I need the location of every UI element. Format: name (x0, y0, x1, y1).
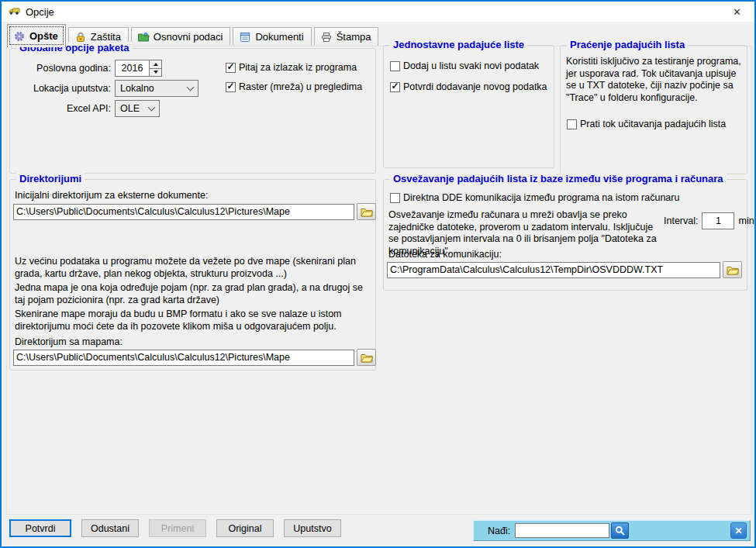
dirs-paragraph-1: Uz većinu podataka u programu možete da … (15, 256, 370, 280)
tracking-description: Koristiti isključivo za testiranje progr… (566, 56, 743, 104)
tab-label: Dokumenti (255, 31, 303, 43)
browse-comm-file-button[interactable] (723, 261, 742, 278)
chevron-down-icon (148, 103, 156, 111)
apply-button: Primeni (149, 519, 206, 537)
find-bar: Nađi: ✕ (473, 520, 751, 541)
browse-maps-dir-button[interactable] (357, 349, 376, 366)
printer-icon (320, 31, 333, 43)
tab-label: Zaštita (91, 31, 121, 43)
spinner-buttons (149, 60, 162, 77)
checkbox-ask-on-exit[interactable]: ✓ Pitaj za izlazak iz programa (226, 62, 357, 73)
find-close-button[interactable]: ✕ (730, 522, 747, 539)
original-button[interactable]: Original (216, 519, 274, 537)
business-year-label: Poslovna godina: (10, 63, 111, 74)
checkbox-label: Prati tok učitavanja padajućih lista (580, 119, 726, 129)
checkbox-label: Raster (mreža) u pregledima (239, 81, 362, 92)
group-simple-lists: Jednostavne padajuće liste ✓ Dodaj u lis… (383, 45, 554, 168)
window-title: Opcije (26, 6, 54, 18)
tab-opste[interactable]: Opšte (7, 24, 66, 47)
cancel-button[interactable]: Odustani (81, 519, 139, 537)
checkbox-label: Pitaj za izlazak iz programa (239, 62, 357, 73)
open-folder-icon (727, 265, 739, 275)
dirs-paragraph-3: Skenirane mape moraju da budu u BMP form… (15, 308, 370, 333)
folder-data-icon (137, 31, 150, 43)
confirm-button[interactable]: Potvrdi (9, 519, 71, 537)
find-label: Nađi: (488, 526, 510, 536)
checkbox-trace-loading[interactable]: ✓ Prati tok učitavanja padajućih lista (567, 119, 726, 129)
checkbox-box: ✓ (226, 63, 236, 73)
button-bar: Potvrdi Odustani Primeni Original Uputst… (9, 519, 341, 537)
excel-api-select[interactable]: OLE (115, 100, 160, 117)
tab-dokumenti[interactable]: Dokumenti (233, 27, 311, 47)
dirs-paragraph-2: Jedna mapa je ona koja određuje pojam (n… (15, 282, 370, 306)
group-title: Osvežavanje padajućih lista iz baze izme… (390, 173, 727, 184)
find-input[interactable] (515, 523, 609, 538)
manual-location-label: Lokacija uputstva: (10, 83, 111, 94)
open-folder-icon (361, 353, 373, 363)
title-bar: Opcije ✕ (2, 2, 754, 22)
checkbox-box: ✓ (390, 61, 400, 71)
document-icon (239, 31, 251, 43)
interval-row: Interval: min (664, 212, 754, 229)
checkbox-label: Potvrdi dodavanje novog podatka (403, 81, 547, 92)
check-icon: ✓ (226, 82, 234, 91)
selected-value: OLE (120, 103, 140, 114)
group-title: Jednostavne padajuće liste (390, 39, 527, 50)
spin-up-button[interactable] (150, 60, 161, 68)
checkbox-confirm-add[interactable]: ✓ Potvrdi dodavanje novog podatka (390, 81, 547, 92)
checkbox-raster-grid[interactable]: ✓ Raster (mreža) u pregledima (226, 81, 362, 92)
search-icon (615, 526, 625, 536)
checkbox-box: ✓ (226, 82, 236, 92)
tab-label: Osnovni podaci (154, 31, 223, 43)
browse-external-docs-button[interactable] (357, 203, 376, 220)
search-button[interactable] (611, 522, 629, 539)
checkbox-label: Direktna DDE komunikacija između program… (403, 192, 679, 203)
interval-label: Interval: (664, 215, 698, 226)
maps-dir-label: Direktorijum sa mapama: (15, 336, 123, 347)
external-docs-input[interactable] (13, 204, 354, 220)
group-tracking: Praćenje padajućih lista Koristiti isklj… (560, 45, 747, 174)
spin-down-icon (154, 71, 158, 74)
group-refresh: Osvežavanje padajućih lista iz baze izme… (383, 179, 747, 291)
tab-label: Opšte (29, 30, 58, 42)
excel-api-label: Excel API: (10, 103, 111, 114)
close-icon[interactable]: ✕ (720, 2, 754, 22)
checkbox-box: ✓ (390, 82, 400, 92)
check-icon: ✓ (226, 63, 234, 71)
business-year-input[interactable] (115, 60, 149, 77)
manual-location-select[interactable]: Lokalno (115, 80, 198, 97)
group-global-options: Globalne opcije paketa Poslovna godina: … (9, 48, 376, 174)
gear-icon (13, 30, 26, 43)
options-dialog: Opcije ✕ Opšte Zaštita Osnovni podaci (0, 0, 756, 548)
tab-osnovni-podaci[interactable]: Osnovni podaci (131, 27, 231, 47)
spin-up-icon (154, 63, 158, 66)
checkbox-label: Dodaj u listu svaki novi podatak (403, 60, 539, 71)
chevron-down-icon (187, 83, 195, 91)
comm-file-label: Datoteka za komunikaciju: (388, 249, 502, 260)
open-folder-icon (361, 207, 373, 217)
group-directories: Direktorijumi Inicijalni direktorijum za… (9, 179, 376, 371)
app-truck-icon (8, 5, 20, 18)
business-year-spinner (115, 60, 162, 77)
group-title: Direktorijumi (16, 173, 85, 184)
spin-down-button[interactable] (150, 68, 161, 77)
checkbox-add-every-new[interactable]: ✓ Dodaj u listu svaki novi podatak (390, 60, 539, 71)
interval-unit: min (738, 215, 754, 226)
manual-button[interactable]: Uputstvo (284, 519, 341, 537)
tab-stampa[interactable]: Štampa (314, 27, 379, 47)
checkbox-direct-dde[interactable]: ✓ Direktna DDE komunikacija između progr… (390, 192, 679, 203)
interval-input[interactable] (702, 212, 734, 229)
tab-label: Štampa (337, 31, 371, 43)
group-title: Praćenje padajućih lista (567, 39, 688, 50)
comm-file-input[interactable] (387, 262, 720, 278)
selected-value: Lokalno (120, 83, 154, 94)
check-icon: ✓ (391, 82, 399, 91)
checkbox-box: ✓ (567, 119, 577, 129)
maps-dir-input[interactable] (13, 350, 354, 366)
checkbox-box: ✓ (390, 193, 400, 203)
external-docs-label: Inicijalni direktorijum za eksterne doku… (15, 190, 208, 201)
